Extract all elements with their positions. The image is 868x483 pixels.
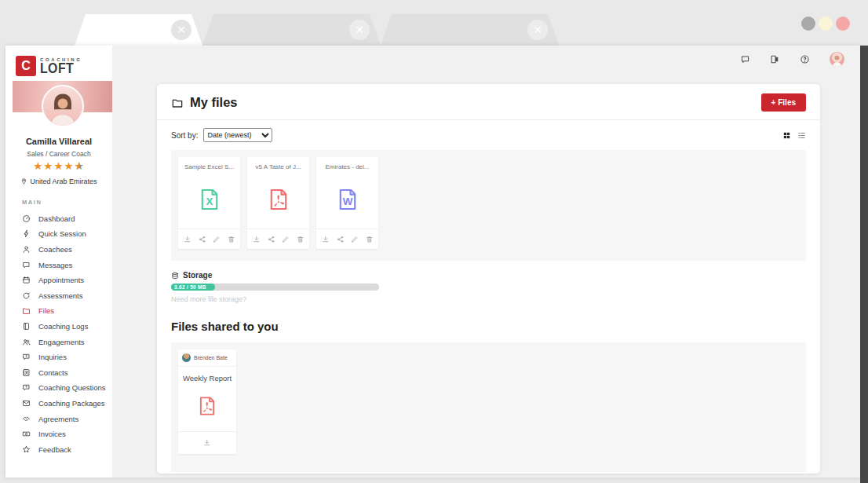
browser-tab[interactable]: ✕ [75,14,202,46]
sidebar-item-coaching-packages[interactable]: Coaching Packages [5,396,112,412]
tab-close-icon[interactable]: ✕ [171,20,191,40]
browser-tab[interactable]: ✕ [202,14,381,46]
folder-icon [22,306,31,315]
notebook-icon [22,322,31,331]
logo-mark: C [16,56,36,76]
sidebar-item-label: Assessments [38,291,83,300]
download-icon[interactable] [203,439,211,447]
sidebar-item-messages[interactable]: Messages [5,257,112,273]
lightning-icon [22,229,31,238]
sidebar-item-coaching-questions[interactable]: Coaching Questions [5,380,112,396]
profile-avatar[interactable] [42,85,84,127]
share-icon[interactable] [268,236,275,243]
folder-icon [171,97,184,109]
sidebar-item-label: Agreements [38,415,78,423]
trash-icon[interactable] [366,236,374,243]
sidebar-item-label: Coachees [38,245,72,254]
chat-question-icon [22,353,31,361]
logout-icon[interactable] [770,54,780,64]
tab-close-icon[interactable]: ✕ [527,20,548,40]
file-actions [316,229,378,250]
app-logo[interactable]: C COACHING LOFT [5,46,112,76]
sidebar-item-label: Appointments [38,276,84,284]
envelope-icon [22,399,31,408]
star-half-fill: ★ [75,161,80,172]
sidebar-item-coachees[interactable]: Coachees [5,242,112,258]
storage-upgrade-link[interactable]: Need more file storage? [171,295,806,303]
share-icon[interactable] [199,236,206,243]
edit-icon[interactable] [213,236,221,243]
star-full: ★ [53,161,64,172]
word-file-icon: W [334,170,361,229]
shared-file-name: Weekly Report [178,367,236,384]
window-control-pink[interactable] [836,16,850,31]
app-window: C COACHING LOFT Camilla Villareal Sales … [5,46,860,478]
list-view-icon[interactable] [797,131,806,140]
user-avatar[interactable] [830,52,844,67]
shared-heading: Files shared to you [171,320,806,333]
sidebar-item-label: Dashboard [38,214,75,223]
sidebar-item-agreements[interactable]: Agreements [5,411,112,426]
share-icon[interactable] [337,236,345,243]
sidebar: C COACHING LOFT Camilla Villareal Sales … [5,46,112,478]
chat-question-icon [22,383,31,392]
calendar-icon [22,276,31,284]
sort-select[interactable]: Date (newest) [203,128,272,142]
storage-icon [171,272,179,280]
download-icon[interactable] [253,236,261,243]
file-actions [178,229,240,250]
help-icon[interactable] [800,54,810,64]
sidebar-item-label: Files [38,306,54,315]
sidebar-item-assessments[interactable]: Assessments [5,287,112,303]
browser-tab[interactable]: ✕ [381,14,559,46]
shared-grid: Brenden BateWeekly Report [178,349,799,454]
edit-icon[interactable] [282,236,290,243]
shared-owner: Brenden Bate [178,349,236,367]
pdf-file-icon [265,170,292,229]
owner-name: Brenden Bate [194,355,228,360]
edit-icon[interactable] [351,236,359,243]
profile-role: Sales / Career Coach [5,150,112,158]
rating-stars: ★★★★★★ [5,161,112,172]
sidebar-item-appointments[interactable]: Appointments [5,273,112,288]
download-icon[interactable] [184,236,191,243]
shared-panel: Brenden BateWeekly Report [171,342,806,472]
sidebar-item-label: Inquiries [38,353,67,361]
window-control-cream[interactable] [819,16,833,31]
handshake-icon [22,415,31,423]
sort-label: Sort by: [171,131,198,140]
sidebar-item-label: Quick Session [38,229,86,238]
shared-file-card[interactable]: Brenden BateWeekly Report [178,349,236,454]
sidebar-item-inquiries[interactable]: Inquiries [5,349,112,365]
sidebar-item-contacts[interactable]: Contacts [5,364,112,380]
sidebar-item-feedback[interactable]: Feedback [5,441,112,457]
file-card[interactable]: Emirates - del...W [316,157,378,249]
storage-label: Storage [183,271,212,280]
add-files-button[interactable]: + Files [761,93,806,112]
star-full: ★ [64,161,75,172]
tab-close-icon[interactable]: ✕ [349,20,370,40]
page-title: My files [171,95,238,110]
sidebar-item-quick-session[interactable]: Quick Session [5,226,112,242]
sidebar-item-invoices[interactable]: Invoices [5,426,112,442]
grid-view-icon[interactable] [782,131,791,140]
sidebar-item-label: Engagements [38,338,85,346]
trash-icon[interactable] [228,236,235,243]
window-control-gray[interactable] [801,16,815,31]
trash-icon[interactable] [297,236,305,243]
view-toggles [782,131,806,140]
storage-section: Storage 3.62 / 50 MB Need more file stor… [171,271,806,303]
sidebar-item-engagements[interactable]: Engagements [5,334,112,349]
users-icon [22,338,31,346]
profile-name: Camilla Villareal [5,137,112,146]
sidebar-item-files[interactable]: Files [5,303,112,319]
sidebar-item-coaching-logs[interactable]: Coaching Logs [5,319,112,335]
file-card[interactable]: v5 A Taste of J... [247,157,309,249]
sidebar-item-label: Contacts [38,368,68,377]
files-panel: Sample Excel S...Xv5 A Taste of J...Emir… [171,150,806,261]
file-actions [247,229,309,250]
sidebar-item-dashboard[interactable]: Dashboard [5,211,112,227]
chat-icon[interactable] [740,54,750,64]
download-icon[interactable] [322,236,330,243]
file-card[interactable]: Sample Excel S...X [178,157,240,249]
